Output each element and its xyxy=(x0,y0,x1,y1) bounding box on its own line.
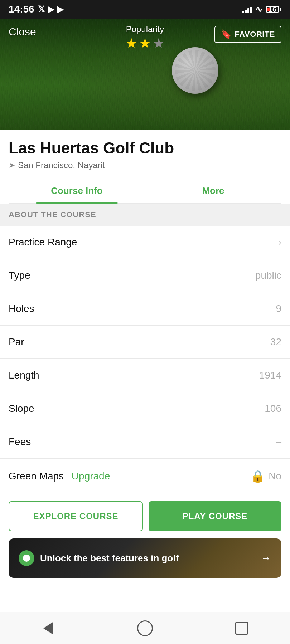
practice-range-label: Practice Range xyxy=(9,236,77,248)
location-icon: ➤ xyxy=(9,161,15,170)
recent-apps-icon xyxy=(235,622,248,635)
unlock-banner[interactable]: Unlock the best features in golf → xyxy=(9,538,281,578)
unlock-text: Unlock the best features in golf xyxy=(40,553,255,564)
type-label: Type xyxy=(9,270,30,281)
status-social-icons: 𝕏 ▶ ▶ xyxy=(38,4,63,14)
detail-par: Par 32 xyxy=(0,326,290,359)
signal-icon xyxy=(242,5,252,13)
detail-fees: Fees – xyxy=(0,425,290,459)
holes-label: Holes xyxy=(9,303,34,314)
hero-section: Close 🔖 FAVORITE Popularity ★ ★ ★ xyxy=(0,19,290,130)
location-text: San Francisco, Nayarit xyxy=(18,160,105,170)
fees-value: – xyxy=(276,436,281,448)
favorite-label: FAVORITE xyxy=(235,30,275,39)
length-value: 1914 xyxy=(259,370,281,381)
status-time: 14:56 xyxy=(9,4,34,15)
star-3: ★ xyxy=(153,36,165,50)
play-course-button[interactable]: PLAY COURSE xyxy=(149,501,281,531)
back-icon xyxy=(43,622,53,635)
favorite-button[interactable]: 🔖 FAVORITE xyxy=(214,26,281,43)
tab-bar: Course Info More xyxy=(9,179,281,204)
star-rating: ★ ★ ★ xyxy=(125,36,165,50)
unlock-banner-content: Unlock the best features in golf → xyxy=(9,538,281,578)
slope-value: 106 xyxy=(265,403,281,414)
length-label: Length xyxy=(9,370,39,381)
twitter-icon: 𝕏 xyxy=(38,4,45,14)
youtube-icon: ▶ xyxy=(48,4,54,14)
status-bar: 14:56 𝕏 ▶ ▶ ∿ 16 xyxy=(0,0,290,19)
detail-green-maps: Green Maps Upgrade 🔒 No xyxy=(0,459,290,494)
star-2: ★ xyxy=(139,36,151,50)
practice-range-chevron: › xyxy=(278,236,281,248)
status-left: 14:56 𝕏 ▶ ▶ xyxy=(9,4,63,15)
type-value: public xyxy=(255,270,281,281)
nav-home-button[interactable] xyxy=(131,614,159,643)
lock-icon: 🔒 xyxy=(251,469,265,483)
detail-practice-range[interactable]: Practice Range › xyxy=(0,226,290,259)
section-header: ABOUT THE COURSE xyxy=(0,204,290,226)
slope-label: Slope xyxy=(9,403,34,414)
status-right: ∿ 16 xyxy=(242,4,281,14)
action-buttons: EXPLORE COURSE PLAY COURSE xyxy=(0,494,290,538)
explore-course-button[interactable]: EXPLORE COURSE xyxy=(9,501,143,531)
detail-length: Length 1914 xyxy=(0,359,290,392)
detail-holes: Holes 9 xyxy=(0,292,290,326)
tab-more[interactable]: More xyxy=(145,179,281,203)
wifi-icon: ∿ xyxy=(255,4,262,14)
course-location: ➤ San Francisco, Nayarit xyxy=(9,160,281,170)
green-maps-value: 🔒 No xyxy=(251,469,281,483)
tab-course-info[interactable]: Course Info xyxy=(9,179,145,203)
youtube2-icon: ▶ xyxy=(57,4,63,14)
course-info-section: Las Huertas Golf Club ➤ San Francisco, N… xyxy=(0,130,290,204)
fees-label: Fees xyxy=(9,436,31,448)
popularity-section: Popularity ★ ★ ★ xyxy=(125,24,165,50)
unlock-golf-icon xyxy=(19,550,34,566)
unlock-arrow-icon: → xyxy=(261,552,271,564)
par-value: 32 xyxy=(270,336,281,348)
holes-value: 9 xyxy=(276,303,281,314)
star-1: ★ xyxy=(125,36,137,50)
nav-back-button[interactable] xyxy=(34,614,63,643)
green-maps-label: Green Maps Upgrade xyxy=(9,470,110,482)
detail-type: Type public xyxy=(0,259,290,292)
upgrade-badge[interactable]: Upgrade xyxy=(72,470,110,482)
detail-slope: Slope 106 xyxy=(0,392,290,425)
popularity-label: Popularity xyxy=(125,24,165,34)
close-button[interactable]: Close xyxy=(9,26,36,38)
chevron-right-icon: › xyxy=(278,236,281,248)
navigation-bar xyxy=(0,612,290,644)
battery-icon: 16 xyxy=(266,6,281,13)
bookmark-icon: 🔖 xyxy=(221,29,232,39)
course-name: Las Huertas Golf Club xyxy=(9,140,281,157)
nav-recent-button[interactable] xyxy=(227,614,256,643)
home-icon xyxy=(137,620,153,636)
par-label: Par xyxy=(9,336,24,348)
